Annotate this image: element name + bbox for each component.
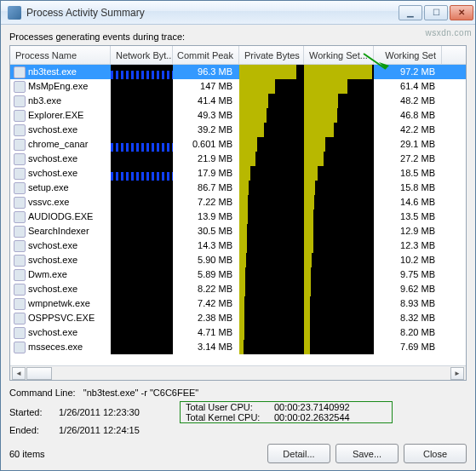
scroll-right-button[interactable]: ►: [450, 367, 464, 380]
network-bytes-cell: [111, 311, 173, 325]
private-bytes-cell: [239, 94, 304, 108]
scroll-thumb[interactable]: [26, 367, 52, 380]
close-dialog-button[interactable]: Close: [404, 444, 467, 463]
working-set-bar: [304, 94, 338, 108]
commit-peak-cell: 5.89 MB: [173, 267, 239, 282]
table-row[interactable]: chrome_canar0.601 MB29.1 MB: [10, 137, 466, 152]
process-name-cell: svchost.exe: [10, 166, 111, 181]
table-row[interactable]: svchost.exe17.9 MB18.5 MB: [10, 166, 466, 181]
private-bytes-cell: [239, 267, 304, 282]
scroll-left-button[interactable]: ◄: [12, 367, 26, 380]
process-name-cell: nb3test.exe: [10, 65, 111, 79]
app-icon: [8, 6, 21, 20]
commit-peak-cell: 3.14 MB: [173, 340, 239, 354]
table-row[interactable]: SearchIndexer30.5 MB12.9 MB: [10, 224, 466, 238]
process-name-text: msseces.exe: [28, 340, 83, 354]
table-row[interactable]: OSPPSVC.EXE2.38 MB8.32 MB: [10, 311, 466, 325]
network-bytes-cell: [111, 195, 173, 210]
network-bytes-cell: [111, 137, 173, 152]
private-bytes-cell: [239, 253, 304, 267]
network-bytes-cell: [111, 238, 173, 253]
table-row[interactable]: msseces.exe3.14 MB7.69 MB: [10, 340, 466, 354]
table-row[interactable]: Dwm.exe5.89 MB9.75 MB: [10, 267, 466, 282]
table-row[interactable]: svchost.exe8.22 MB9.62 MB: [10, 282, 466, 296]
header-commit-peak[interactable]: Commit Peak: [173, 46, 239, 64]
working-set-graph-cell: [304, 282, 374, 296]
titlebar[interactable]: Process Activity Summary: [1, 1, 475, 25]
process-name-text: Dwm.exe: [28, 267, 67, 282]
private-bytes-cell: [239, 65, 304, 79]
table-row[interactable]: setup.exe86.7 MB15.8 MB: [10, 181, 466, 195]
working-set-bar: [304, 238, 313, 253]
table-row[interactable]: svchost.exe5.90 MB10.2 MB: [10, 253, 466, 267]
commit-peak-cell: 0.601 MB: [173, 137, 239, 152]
kernel-cpu-label: Total Kernel CPU:: [186, 412, 274, 422]
network-bytes-cell: [111, 210, 173, 224]
table-row[interactable]: svchost.exe14.3 MB12.3 MB: [10, 238, 466, 253]
header-working-set[interactable]: Working Set: [374, 46, 442, 64]
header-network-bytes[interactable]: Network Byt...: [111, 46, 173, 64]
command-line-row: Command Line: "nb3test.exe" -r "C6C6FEE": [9, 388, 467, 398]
header-process-name[interactable]: Process Name: [10, 46, 111, 64]
private-bytes-bar: [239, 181, 249, 195]
process-name-text: AUDIODG.EXE: [28, 210, 93, 224]
commit-peak-cell: 5.90 MB: [173, 253, 239, 267]
working-set-cell: 14.6 MB: [374, 195, 442, 210]
working-set-graph-cell: [304, 325, 374, 340]
private-bytes-cell: [239, 123, 304, 137]
working-set-cell: 7.69 MB: [374, 340, 442, 354]
private-bytes-cell: [239, 79, 304, 94]
private-bytes-cell: [239, 238, 304, 253]
commit-peak-cell: 7.22 MB: [173, 195, 239, 210]
working-set-bar: [304, 79, 347, 94]
detail-button[interactable]: Detail...: [267, 444, 330, 463]
table-row[interactable]: nb3.exe41.4 MB48.2 MB: [10, 94, 466, 108]
process-name-text: vssvc.exe: [28, 195, 69, 210]
process-icon: [14, 153, 26, 165]
commit-peak-cell: 14.3 MB: [173, 238, 239, 253]
working-set-bar: [304, 166, 318, 181]
commit-peak-cell: 13.9 MB: [173, 210, 239, 224]
table-headers: Process Name Network Byt... Commit Peak …: [10, 46, 466, 65]
process-icon: [14, 66, 26, 78]
table-row[interactable]: wmpnetwk.exe7.42 MB8.93 MB: [10, 296, 466, 311]
process-name-cell: setup.exe: [10, 181, 111, 195]
working-set-cell: 8.20 MB: [374, 325, 442, 340]
horizontal-scrollbar[interactable]: ◄ ►: [10, 365, 466, 380]
ended-label: Ended:: [9, 425, 59, 435]
table-row[interactable]: svchost.exe4.71 MB8.20 MB: [10, 325, 466, 340]
private-bytes-cell: [239, 137, 304, 152]
process-name-text: svchost.exe: [28, 238, 77, 253]
minimize-button[interactable]: [399, 5, 422, 20]
process-icon: [14, 269, 26, 281]
table-row[interactable]: Explorer.EXE49.3 MB46.8 MB: [10, 108, 466, 123]
table-row[interactable]: vssvc.exe7.22 MB14.6 MB: [10, 195, 466, 210]
table-row[interactable]: MsMpEng.exe147 MB61.4 MB: [10, 79, 466, 94]
header-private-bytes[interactable]: Private Bytes: [239, 46, 304, 64]
working-set-bar: [304, 137, 325, 152]
process-name-text: wmpnetwk.exe: [28, 296, 90, 311]
private-bytes-bar: [239, 152, 255, 166]
working-set-graph-cell: [304, 94, 374, 108]
private-bytes-bar: [239, 210, 248, 224]
command-line-label: Command Line:: [9, 388, 76, 398]
process-name-cell: OSPPSVC.EXE: [10, 311, 111, 325]
table-row[interactable]: nb3test.exe96.3 MB97.2 MB: [10, 65, 466, 79]
network-bytes-cell: [111, 65, 173, 79]
save-button[interactable]: Save...: [335, 444, 399, 463]
process-icon: [14, 342, 26, 353]
working-set-cell: 18.5 MB: [374, 166, 442, 181]
table-row[interactable]: svchost.exe21.9 MB27.2 MB: [10, 152, 466, 166]
close-button[interactable]: [450, 5, 473, 20]
working-set-bar: [304, 123, 334, 137]
process-icon: [14, 124, 26, 136]
process-name-cell: wmpnetwk.exe: [10, 296, 111, 311]
process-name-cell: SearchIndexer: [10, 224, 111, 238]
table-row[interactable]: svchost.exe39.2 MB42.2 MB: [10, 123, 466, 137]
process-name-cell: svchost.exe: [10, 282, 111, 296]
private-bytes-bar: [239, 296, 244, 311]
header-working-set-graph[interactable]: Working Set...: [304, 46, 374, 64]
maximize-button[interactable]: [424, 5, 448, 20]
table-row[interactable]: AUDIODG.EXE13.9 MB13.5 MB: [10, 210, 466, 224]
process-name-cell: vssvc.exe: [10, 195, 111, 210]
